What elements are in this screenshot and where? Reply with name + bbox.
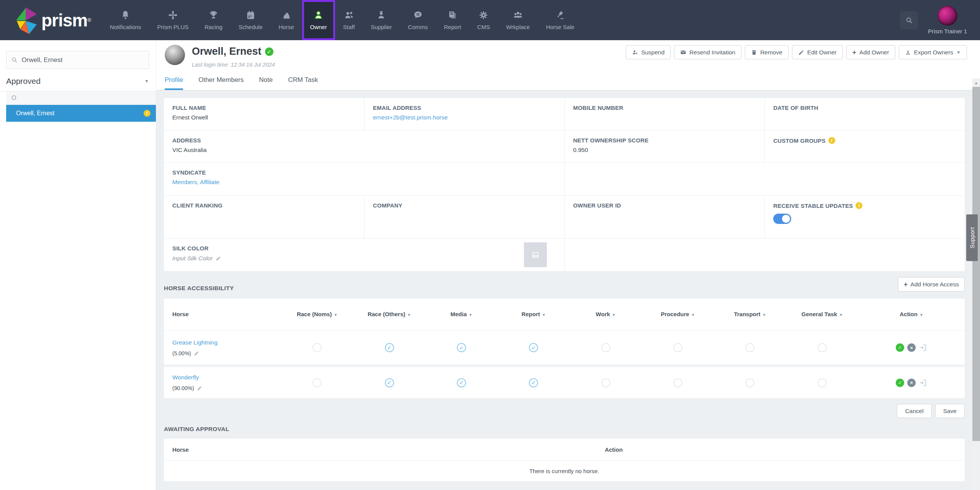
table-row: Grease Lightning (5.00%) ✓ ✓ ✓ ✓ ✓ ✓ ✓ ✓… <box>164 331 965 364</box>
page-title: Orwell, Ernest <box>192 46 262 57</box>
perm-procedure[interactable]: ✓ <box>673 343 682 352</box>
info-icon[interactable]: i <box>856 202 862 209</box>
nav-item-prism-plus[interactable]: Prism PLUS <box>149 0 197 40</box>
header-action-buttons: Suspend Resend Invitation Remove Edit Ow… <box>626 45 967 59</box>
chevron-down-icon: ▼ <box>691 313 695 317</box>
edit-owner-button[interactable]: Edit Owner <box>792 45 843 59</box>
scrollbar-thumb[interactable] <box>972 87 980 441</box>
perm-report[interactable]: ✓ <box>529 343 538 352</box>
column-header-work[interactable]: Work▼ <box>570 306 642 323</box>
vertical-scrollbar: ▲ <box>972 78 980 490</box>
global-search-button[interactable] <box>900 11 918 29</box>
profile-details-card: FULL NAME Ernest Orwell EMAIL ADDRESS er… <box>164 98 965 271</box>
approve-icon[interactable]: ✓ <box>896 379 904 387</box>
tab-profile[interactable]: Profile <box>165 76 183 90</box>
chevron-down-icon: ▼ <box>407 313 411 317</box>
nav-item-notifications[interactable]: Notifications <box>102 0 149 40</box>
field-value: Ernest Orwell <box>172 114 356 121</box>
nav-item-report[interactable]: Report <box>436 0 469 40</box>
nav-item-label: Horse <box>279 24 294 30</box>
pencil-icon[interactable] <box>197 385 202 391</box>
top-navigation: prism® Notifications Prism PLUS Racing S… <box>0 0 980 40</box>
column-header-race-noms[interactable]: Race (Noms)▼ <box>281 306 353 323</box>
info-icon[interactable]: i <box>828 137 835 144</box>
support-tab[interactable]: Support <box>966 214 978 261</box>
owner-search-box[interactable] <box>6 51 149 69</box>
column-header-race-others[interactable]: Race (Others)▼ <box>353 306 425 323</box>
owner-list-item-selected[interactable]: Orwell, Ernest i <box>6 105 156 122</box>
info-icon[interactable]: i <box>144 110 151 117</box>
verified-check-icon: ✓ <box>265 47 273 56</box>
remove-button[interactable]: Remove <box>745 45 789 59</box>
prism-logo[interactable]: prism® <box>0 0 102 40</box>
field-dob: DATE OF BIRTH <box>764 98 965 130</box>
button-label: Add Horse Access <box>910 281 959 288</box>
nav-item-comms[interactable]: Comms <box>400 0 436 40</box>
syndicate-links[interactable]: Members, Affiliate <box>172 179 219 185</box>
tab-crm-task[interactable]: CRM Task <box>288 76 318 90</box>
suspend-button[interactable]: Suspend <box>626 45 671 59</box>
revoke-icon[interactable]: × <box>907 343 916 352</box>
approve-icon[interactable]: ✓ <box>896 343 904 352</box>
cancel-button[interactable]: Cancel <box>897 404 931 418</box>
export-owners-button[interactable]: Export Owners ▼ <box>899 45 967 59</box>
nav-item-supplier[interactable]: Supplier <box>363 0 400 40</box>
perm-report[interactable]: ✓ <box>529 378 538 387</box>
perm-general-task[interactable]: ✓ <box>818 378 827 387</box>
silk-color-input[interactable]: Input Silk Color <box>172 255 221 262</box>
stable-updates-toggle[interactable] <box>773 214 791 224</box>
add-owner-button[interactable]: + Add Owner <box>846 45 895 59</box>
pencil-icon[interactable] <box>194 351 199 356</box>
scroll-up-arrow[interactable]: ▲ <box>972 78 980 87</box>
nav-item-wrkplace[interactable]: Wrkplace <box>498 0 538 40</box>
pencil-icon[interactable] <box>216 256 221 261</box>
nav-item-owner[interactable]: Owner <box>302 0 335 40</box>
horse-link[interactable]: Wonderfly <box>172 374 199 381</box>
perm-transport[interactable]: ✓ <box>745 343 754 352</box>
nav-item-label: Supplier <box>371 24 392 30</box>
column-header-general-task[interactable]: General Task▼ <box>786 306 858 323</box>
nav-item-horse-sale[interactable]: Horse Sale <box>538 0 582 40</box>
field-nett-ownership-score: NETT OWNERSHIP SCORE 0.950 <box>564 130 765 162</box>
nav-item-cms[interactable]: CMS <box>469 0 498 40</box>
column-header-report[interactable]: Report▼ <box>497 306 569 323</box>
user-menu[interactable]: Prism Trainer 1 <box>928 6 967 34</box>
perm-race-others[interactable]: ✓ <box>385 343 394 352</box>
silk-image-placeholder[interactable] <box>524 242 547 267</box>
nav-item-staff[interactable]: Staff <box>335 0 363 40</box>
tab-other-members[interactable]: Other Members <box>198 76 244 90</box>
perm-work[interactable]: ✓ <box>601 343 610 352</box>
perm-media[interactable]: ✓ <box>457 378 466 387</box>
button-label: Remove <box>760 49 782 56</box>
assign-icon[interactable] <box>919 343 927 352</box>
perm-procedure[interactable]: ✓ <box>673 378 682 387</box>
perm-work[interactable]: ✓ <box>601 378 610 387</box>
perm-race-noms[interactable]: ✓ <box>312 343 322 352</box>
row-actions: ✓ × <box>858 379 965 387</box>
nav-item-racing[interactable]: Racing <box>196 0 231 40</box>
assign-icon[interactable] <box>919 379 927 387</box>
perm-transport[interactable]: ✓ <box>745 378 754 387</box>
nav-item-schedule[interactable]: Schedule <box>231 0 271 40</box>
column-header-action[interactable]: Action▼ <box>858 306 965 323</box>
table-header-row: Horse Action <box>164 439 965 461</box>
add-horse-access-button[interactable]: + Add Horse Access <box>898 277 965 292</box>
column-header-media[interactable]: Media▼ <box>425 306 497 323</box>
revoke-icon[interactable]: × <box>907 379 916 387</box>
save-button[interactable]: Save <box>935 404 965 418</box>
perm-general-task[interactable]: ✓ <box>818 343 827 352</box>
horse-link[interactable]: Grease Lightning <box>172 339 218 346</box>
perm-media[interactable]: ✓ <box>457 343 466 352</box>
nav-item-label: Horse Sale <box>546 24 574 30</box>
status-filter-dropdown[interactable]: Approved ▼ <box>6 77 149 91</box>
resend-invitation-button[interactable]: Resend Invitation <box>674 45 741 59</box>
perm-race-noms[interactable]: ✓ <box>312 378 322 387</box>
nav-item-horse[interactable]: Horse <box>271 0 302 40</box>
owner-search-input[interactable] <box>22 56 144 64</box>
tab-note[interactable]: Note <box>259 76 273 90</box>
owner-list-item-name: Orwell, Ernest <box>16 110 54 117</box>
column-header-transport[interactable]: Transport▼ <box>714 306 786 323</box>
perm-race-others[interactable]: ✓ <box>385 378 394 387</box>
email-link[interactable]: ernest+2b@test.prism.horse <box>373 114 448 121</box>
column-header-procedure[interactable]: Procedure▼ <box>642 306 714 323</box>
